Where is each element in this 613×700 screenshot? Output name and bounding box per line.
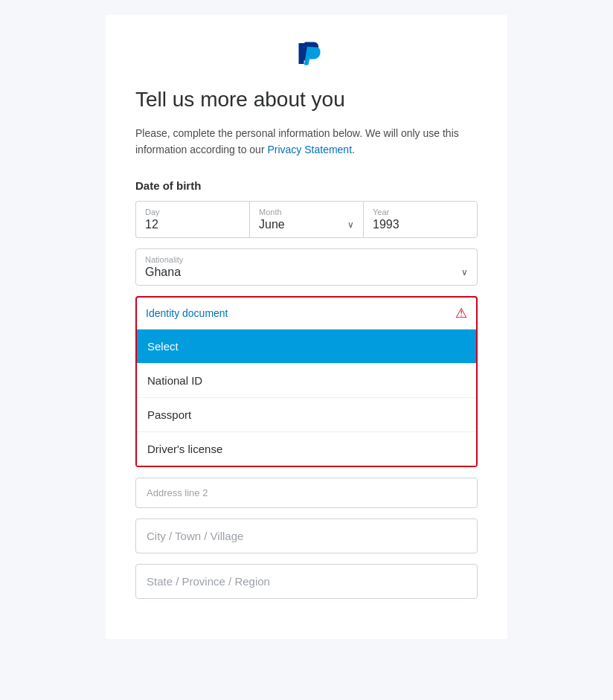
nationality-inner: Ghana ∨ [145, 266, 468, 279]
address-line2-field[interactable]: Address line 2 [135, 478, 478, 508]
page-wrapper: 𝗣 Tell us more about you Please, complet… [0, 0, 613, 669]
warning-icon: ⚠ [455, 305, 467, 321]
dob-year-value: 1993 [373, 218, 468, 231]
description-text: Please, complete the personal informatio… [135, 125, 478, 158]
nationality-value: Ghana [145, 266, 181, 279]
dob-day-label: Day [145, 208, 240, 216]
page-title: Tell us more about you [135, 88, 478, 112]
city-field[interactable]: City / Town / Village [135, 518, 478, 553]
nationality-chevron-icon: ∨ [461, 267, 468, 277]
dob-month-value: June [259, 218, 285, 231]
dob-month-field[interactable]: Month June ∨ [249, 201, 363, 238]
identity-option-national-id[interactable]: National ID [137, 364, 476, 398]
description-end: . [352, 144, 355, 155]
dob-month-label: Month [259, 208, 354, 216]
address-line2-placeholder: Address line 2 [147, 487, 208, 498]
identity-option-passport[interactable]: Passport [137, 398, 476, 432]
identity-document-header[interactable]: Identity document ⚠ [137, 298, 476, 329]
dob-year-label: Year [373, 208, 468, 216]
nationality-select[interactable]: Nationality Ghana ∨ [135, 248, 478, 286]
dob-section-label: Date of birth [135, 179, 478, 192]
identity-document-options: Select National ID Passport Driver's lic… [137, 329, 476, 466]
identity-document-wrapper[interactable]: Identity document ⚠ Select National ID P… [135, 296, 478, 467]
main-card: 𝗣 Tell us more about you Please, complet… [106, 15, 507, 639]
privacy-link[interactable]: Privacy Statement [267, 144, 352, 155]
identity-document-label: Identity document [146, 307, 228, 319]
identity-option-drivers-license[interactable]: Driver's license [137, 432, 476, 466]
identity-option-select[interactable]: Select [137, 330, 476, 364]
logo-area: 𝗣 [135, 37, 478, 73]
dob-year-field[interactable]: Year 1993 [363, 201, 478, 238]
state-field[interactable]: State / Province / Region [135, 564, 478, 599]
month-chevron-icon: ∨ [347, 219, 354, 230]
city-placeholder: City / Town / Village [147, 530, 243, 542]
paypal-logo: 𝗣 [289, 37, 324, 73]
state-placeholder: State / Province / Region [147, 575, 270, 588]
dob-day-value: 12 [145, 218, 240, 231]
dob-row: Day 12 Month June ∨ Year 1993 [135, 201, 478, 238]
nationality-label: Nationality [145, 255, 468, 264]
dob-month-inner: June ∨ [259, 218, 354, 231]
dob-day-field[interactable]: Day 12 [135, 201, 249, 238]
